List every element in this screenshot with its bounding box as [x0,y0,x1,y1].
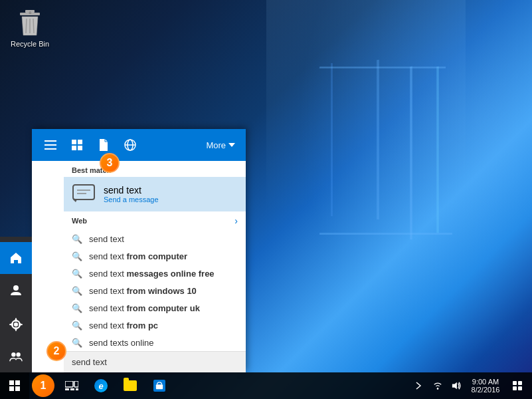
search-icon-1: 🔍 [72,233,82,244]
svg-rect-13 [44,144,56,146]
folder-icon [124,380,137,391]
best-match-item[interactable]: send text Send a message [64,177,246,211]
sidebar-icon-user[interactable] [0,274,32,306]
svg-rect-14 [44,148,56,150]
start-menu-sidebar [0,237,32,372]
start-menu: More Best match send text Send a message [32,129,246,372]
search-icon-6: 🔍 [72,320,82,331]
task-view-button[interactable] [57,372,86,399]
network-icon[interactable] [428,372,447,399]
start-button[interactable] [0,372,29,399]
edge-icon: e [94,379,108,392]
svg-line-4 [33,19,34,33]
cortana-search[interactable]: 1 [32,374,54,397]
edge-taskbar-button[interactable]: e [86,372,116,399]
svg-rect-27 [65,388,69,390]
svg-point-10 [11,352,15,356]
sidebar-icon-home[interactable] [0,242,32,274]
web-item-2[interactable]: 🔍 send text from computer [64,247,246,265]
web-arrow[interactable]: › [234,215,238,226]
step-circle-2: 2 [46,341,66,361]
recycle-bin-label: Recycle Bin [11,40,49,48]
search-value: send text [72,357,107,367]
web-item-1[interactable]: 🔍 send text [64,230,246,247]
system-tray: 9:00 AM 8/2/2016 [410,372,532,399]
windows-logo [9,380,20,391]
best-match-header: Best match [64,161,246,177]
store-taskbar-button[interactable] [145,372,174,399]
volume-icon[interactable] [447,372,466,399]
tab-tiles[interactable] [64,129,90,161]
search-icon-3: 🔍 [72,268,82,279]
explorer-taskbar-button[interactable] [116,372,145,399]
search-icon-7: 🔍 [72,337,82,348]
search-icon-5: 🔍 [72,303,82,313]
svg-rect-15 [72,140,76,144]
system-clock[interactable]: 9:00 AM 8/2/2016 [466,372,505,399]
svg-point-11 [16,352,20,356]
svg-rect-25 [65,381,73,387]
best-match-text: send text Send a message [104,185,159,203]
svg-rect-26 [74,381,78,387]
message-icon [72,182,96,206]
tab-web[interactable] [117,129,143,161]
web-item-4[interactable]: 🔍 send text from windows 10 [64,282,246,299]
svg-rect-22 [73,185,94,200]
store-icon [153,380,165,392]
svg-rect-16 [78,140,82,144]
best-match-section: Best match send text Send a message [64,161,246,211]
start-menu-tabs: More [32,129,246,161]
svg-rect-33 [518,381,522,385]
more-button[interactable]: More [201,129,240,161]
search-icon-4: 🔍 [72,285,82,296]
web-item-3[interactable]: 🔍 send text messages online free [64,265,246,282]
sidebar-icon-people[interactable] [0,340,32,372]
svg-rect-18 [78,146,82,150]
svg-rect-12 [44,140,56,142]
web-item-7[interactable]: 🔍 send texts online [64,334,246,351]
svg-line-2 [26,19,27,33]
step-circle-3: 3 [100,153,120,173]
sidebar-icon-settings[interactable] [0,309,32,340]
action-center-button[interactable] [505,372,529,399]
web-section-header: Web › [64,211,246,230]
tab-hamburger[interactable] [37,129,64,161]
search-bar[interactable]: send text [64,351,246,372]
web-item-6[interactable]: 🔍 send text from pc [64,317,246,334]
svg-rect-30 [156,384,163,389]
recycle-bin-icon: ♻ [16,9,44,37]
web-section: Web › 🔍 send text 🔍 send text from compu… [64,211,246,351]
svg-point-9 [14,323,18,327]
svg-rect-35 [518,386,522,390]
taskbar: 1 e [0,372,532,399]
svg-point-6 [13,285,19,291]
svg-rect-29 [76,388,78,390]
svg-point-31 [437,388,439,390]
svg-rect-32 [513,381,517,385]
search-icon-2: 🔍 [72,251,82,261]
recycle-bin[interactable]: ♻ Recycle Bin [7,7,53,51]
svg-rect-17 [72,146,76,150]
svg-rect-28 [70,388,74,390]
svg-rect-34 [513,386,517,390]
show-hidden-icons[interactable] [410,372,428,399]
web-item-5[interactable]: 🔍 send text from computer uk [64,299,246,317]
